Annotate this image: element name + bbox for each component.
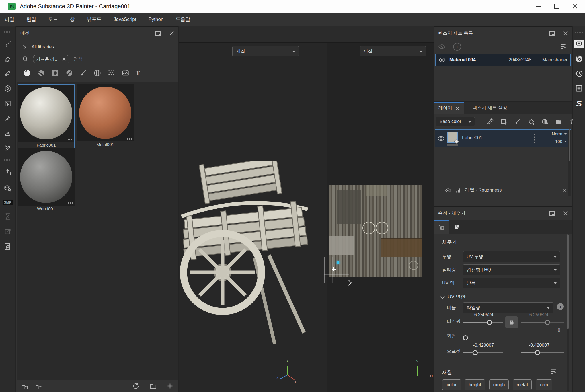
asset-tile-fabric001[interactable]: Fabric001 xyxy=(18,84,75,149)
search-filter-tag[interactable]: 가져온 리… xyxy=(33,55,69,63)
asset-options-icon[interactable] xyxy=(127,138,132,140)
filter-brushes-icon[interactable] xyxy=(79,69,87,77)
add-effect-icon[interactable] xyxy=(541,118,549,125)
polygon-fill-tool-icon[interactable] xyxy=(4,85,11,92)
filter-materials-icon[interactable] xyxy=(23,69,31,77)
filter-smart-materials-icon[interactable] xyxy=(37,69,45,77)
remove-tag-icon[interactable] xyxy=(62,57,66,61)
asset-options-icon[interactable] xyxy=(68,139,72,140)
tiling-y-slider[interactable] xyxy=(521,322,564,323)
offset-y-value[interactable]: -0.420007 xyxy=(522,343,556,348)
tab-material-properties[interactable] xyxy=(450,220,465,234)
rotation-slider[interactable] xyxy=(463,338,564,338)
blend-mode-select[interactable]: Norm xyxy=(552,131,567,136)
material-selector-2d[interactable]: 재질 xyxy=(360,46,426,56)
channel-button-nrm[interactable]: nrm xyxy=(536,379,552,390)
mask-placeholder[interactable] xyxy=(534,134,543,143)
menu-file[interactable]: 파일 xyxy=(5,16,14,23)
tab-fill-properties[interactable] xyxy=(434,220,449,234)
channel-button-metal[interactable]: metal xyxy=(513,379,532,390)
send-to-assets-icon[interactable] xyxy=(4,184,12,192)
smp-badge[interactable]: SMP xyxy=(3,200,12,205)
filter-fonts-icon[interactable]: T xyxy=(136,69,140,77)
channel-button-color[interactable]: color xyxy=(442,379,461,390)
menu-viewport[interactable]: 뷰포트 xyxy=(87,16,102,23)
channel-button-rough[interactable]: rough xyxy=(489,379,509,390)
material-options-icon[interactable] xyxy=(550,368,557,375)
layer-row-fabric001[interactable]: Fabric001 Norm 100 xyxy=(435,129,571,147)
popout-icon[interactable] xyxy=(155,31,161,36)
tiling-x-slider[interactable] xyxy=(463,322,503,323)
info-icon[interactable]: i xyxy=(557,303,564,310)
save-asset-list-icon[interactable] xyxy=(21,383,28,390)
collapse-chevron-icon[interactable] xyxy=(440,295,445,299)
substance-logo-icon[interactable]: S xyxy=(576,99,582,108)
properties-scrollbar[interactable] xyxy=(567,234,569,391)
uv-wrap-select[interactable]: 반복 xyxy=(463,278,560,288)
popout-icon[interactable] xyxy=(549,211,555,216)
export-icon[interactable] xyxy=(4,169,12,177)
filter-smart-masks-icon[interactable] xyxy=(51,69,59,77)
asset-folder-list-icon[interactable] xyxy=(36,383,43,390)
eraser-tool-icon[interactable] xyxy=(4,55,11,63)
asset-options-icon[interactable] xyxy=(68,202,73,204)
new-folder-icon[interactable] xyxy=(149,382,157,390)
menu-help[interactable]: 도움말 xyxy=(176,16,190,23)
rotation-value[interactable]: 0 xyxy=(543,328,560,333)
tab-texture-set-settings[interactable]: 텍스처 세트 설정 xyxy=(465,102,515,114)
clone-stamp-tool-icon[interactable] xyxy=(4,130,11,137)
menu-mode[interactable]: 모드 xyxy=(48,16,58,23)
shader-settings-icon[interactable] xyxy=(575,54,583,63)
menu-python[interactable]: Python xyxy=(148,17,163,22)
add-smart-material-icon[interactable] xyxy=(486,118,494,125)
refresh-assets-icon[interactable] xyxy=(132,382,140,390)
close-tab-icon[interactable] xyxy=(456,107,459,110)
add-folder-icon[interactable] xyxy=(555,118,562,125)
add-fill-layer-icon[interactable] xyxy=(528,118,535,125)
resources-updater-icon[interactable] xyxy=(4,243,12,251)
filtering-select[interactable]: 겹선형 | HQ xyxy=(463,264,560,275)
close-icon[interactable] xyxy=(169,31,174,36)
offset-x-value[interactable]: -0.420007 xyxy=(466,343,501,348)
menu-edit[interactable]: 편집 xyxy=(26,16,36,23)
filter-alphas-icon[interactable] xyxy=(93,69,101,77)
layer-thumbnail[interactable] xyxy=(447,132,458,143)
projection-select[interactable]: UV 투영 xyxy=(463,251,560,262)
asset-tile-metal001[interactable]: Metal001 xyxy=(77,84,134,149)
tiling-lock-button[interactable] xyxy=(505,316,518,328)
viewport-2d[interactable]: 재질 V U xyxy=(327,43,434,392)
close-icon[interactable] xyxy=(563,31,568,36)
menu-javascript[interactable]: JavaScript xyxy=(114,17,136,22)
history-icon[interactable] xyxy=(575,69,583,78)
filter-textures-icon[interactable] xyxy=(122,69,129,77)
filter-procedurals-icon[interactable] xyxy=(108,69,115,77)
layers-scrollbar[interactable] xyxy=(568,129,571,196)
tiling-y-value[interactable]: 6.250524 xyxy=(523,312,555,317)
menu-window[interactable]: 창 xyxy=(70,16,75,23)
effect-row-levels-roughness[interactable]: 레벨 - Roughness xyxy=(435,184,571,196)
material-picker-tool-icon[interactable] xyxy=(4,145,11,152)
smudge-tool-icon[interactable] xyxy=(4,115,11,122)
popout-icon[interactable] xyxy=(549,31,555,36)
texture-set-row[interactable]: Material.004 2048x2048 Main shader xyxy=(435,54,571,66)
expander-chevron-icon[interactable] xyxy=(22,45,26,49)
material-selector-3d[interactable]: 재질 xyxy=(232,46,299,56)
visibility-eye-icon[interactable] xyxy=(445,187,451,194)
paint-brush-tool-icon[interactable] xyxy=(4,40,11,48)
selection-tool-icon[interactable] xyxy=(4,100,11,107)
list-options-icon[interactable] xyxy=(560,43,567,50)
add-mask-icon[interactable] xyxy=(500,118,507,125)
offset-y-slider[interactable] xyxy=(521,352,564,353)
viewport-3d[interactable]: 재질 xyxy=(179,43,327,392)
maximize-button[interactable] xyxy=(554,4,559,9)
visibility-eye-icon[interactable] xyxy=(437,135,445,142)
scale-mode-select[interactable]: 타일링 xyxy=(463,302,553,313)
filter-filters-icon[interactable] xyxy=(65,69,73,77)
offset-x-slider[interactable] xyxy=(463,352,503,353)
asset-tile-wood001[interactable]: Wood001 xyxy=(18,148,75,214)
library-group-row[interactable]: All libraries xyxy=(22,44,54,50)
add-asset-icon[interactable] xyxy=(167,383,173,389)
tiling-x-value[interactable]: 6.250524 xyxy=(468,312,500,317)
display-settings-button[interactable] xyxy=(574,40,584,48)
remove-effect-icon[interactable] xyxy=(563,189,566,192)
